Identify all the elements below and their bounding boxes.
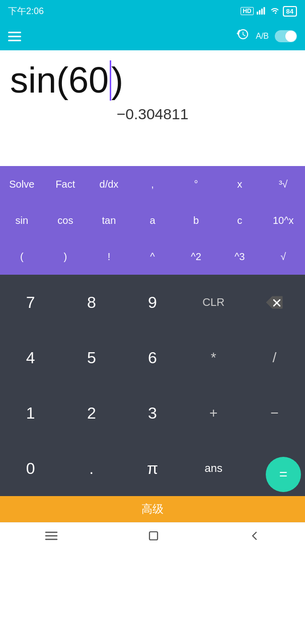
key-dot[interactable]: . xyxy=(61,441,122,496)
key-backspace[interactable] xyxy=(244,275,305,330)
sci-row-1: Solve Fact d/dx , ° x ³√ xyxy=(0,166,305,202)
key-divide[interactable]: / xyxy=(244,330,305,385)
display-area: sin(60) −0.304811 xyxy=(0,50,305,166)
num-row-2: 4 5 6 * / xyxy=(0,330,305,385)
ddx-key[interactable]: d/dx xyxy=(87,166,131,202)
c-key[interactable]: c xyxy=(218,202,262,238)
num-row-3: 1 2 3 + − xyxy=(0,385,305,441)
signal-icon xyxy=(257,7,267,16)
key-clr[interactable]: CLR xyxy=(183,275,244,330)
degree-key[interactable]: ° xyxy=(174,166,218,202)
svg-rect-2 xyxy=(261,9,263,15)
key-1[interactable]: 1 xyxy=(0,385,61,441)
toolbar: A/B xyxy=(0,22,305,50)
wifi-icon xyxy=(270,7,280,16)
key-pi[interactable]: π xyxy=(122,441,183,496)
a-key[interactable]: a xyxy=(131,202,175,238)
nav-back-icon[interactable] xyxy=(249,530,260,543)
key-multiply[interactable]: * xyxy=(183,330,244,385)
factorial-key[interactable]: ! xyxy=(87,238,131,275)
key-plus[interactable]: + xyxy=(183,385,244,441)
sci-row-3: ( ) ! ^ ^2 ^3 √ xyxy=(0,238,305,275)
pow-key[interactable]: ^ xyxy=(131,238,175,275)
ab-toggle[interactable] xyxy=(275,30,297,42)
expression-text: sin(60 xyxy=(10,60,109,100)
status-icons: HD 84 xyxy=(241,6,297,17)
key-5[interactable]: 5 xyxy=(61,330,122,385)
key-6[interactable]: 6 xyxy=(122,330,183,385)
cos-key[interactable]: cos xyxy=(44,202,88,238)
battery-indicator: 84 xyxy=(283,6,297,17)
num-row-1: 7 8 9 CLR xyxy=(0,275,305,330)
hd-badge: HD xyxy=(241,7,253,15)
history-icon[interactable] xyxy=(237,28,250,44)
svg-rect-1 xyxy=(259,10,260,15)
sin-key[interactable]: sin xyxy=(0,202,44,238)
rparen-key[interactable]: ) xyxy=(44,238,88,275)
expression-display: sin(60) xyxy=(10,60,295,101)
key-equals[interactable]: = xyxy=(266,457,301,492)
key-ans[interactable]: ans xyxy=(183,441,244,496)
result-display: −0.304811 xyxy=(10,101,295,133)
num-row-4: 0 . π ans = xyxy=(0,441,305,496)
key-7[interactable]: 7 xyxy=(0,275,61,330)
menu-button[interactable] xyxy=(8,32,21,41)
svg-rect-0 xyxy=(257,12,258,15)
sqrt-key[interactable]: √ xyxy=(261,238,305,275)
lparen-key[interactable]: ( xyxy=(0,238,44,275)
toolbar-right: A/B xyxy=(237,28,297,44)
key-minus[interactable]: − xyxy=(244,385,305,441)
key-9[interactable]: 9 xyxy=(122,275,183,330)
solve-key[interactable]: Solve xyxy=(0,166,44,202)
ten-pow-key[interactable]: 10^x xyxy=(261,202,305,238)
status-time: 下午2:06 xyxy=(8,5,44,17)
x-key[interactable]: x xyxy=(218,166,262,202)
nav-home-icon[interactable] xyxy=(147,530,160,544)
bottom-nav xyxy=(0,522,305,550)
status-bar: 下午2:06 HD 84 xyxy=(0,0,305,22)
svg-rect-3 xyxy=(263,7,265,15)
key-4[interactable]: 4 xyxy=(0,330,61,385)
key-2[interactable]: 2 xyxy=(61,385,122,441)
cube-key[interactable]: ^3 xyxy=(218,238,262,275)
key-0[interactable]: 0 xyxy=(0,441,61,496)
numeric-keyboard: 7 8 9 CLR 4 5 6 * / 1 2 3 + − 0 . π ans … xyxy=(0,275,305,496)
advanced-bar[interactable]: 高级 xyxy=(0,496,305,522)
b-key[interactable]: b xyxy=(174,202,218,238)
cbrt-key[interactable]: ³√ xyxy=(261,166,305,202)
key-3[interactable]: 3 xyxy=(122,385,183,441)
ab-label: A/B xyxy=(256,32,269,41)
expression-close-paren: ) xyxy=(111,60,123,100)
sci-row-2: sin cos tan a b c 10^x xyxy=(0,202,305,238)
nav-menu-icon[interactable] xyxy=(45,530,58,543)
key-8[interactable]: 8 xyxy=(61,275,122,330)
svg-rect-9 xyxy=(149,532,158,540)
comma-key[interactable]: , xyxy=(131,166,175,202)
tan-key[interactable]: tan xyxy=(87,202,131,238)
fact-key[interactable]: Fact xyxy=(44,166,88,202)
scientific-keyboard: Solve Fact d/dx , ° x ³√ sin cos tan a b… xyxy=(0,166,305,275)
advanced-label: 高级 xyxy=(141,502,164,517)
sq-key[interactable]: ^2 xyxy=(174,238,218,275)
